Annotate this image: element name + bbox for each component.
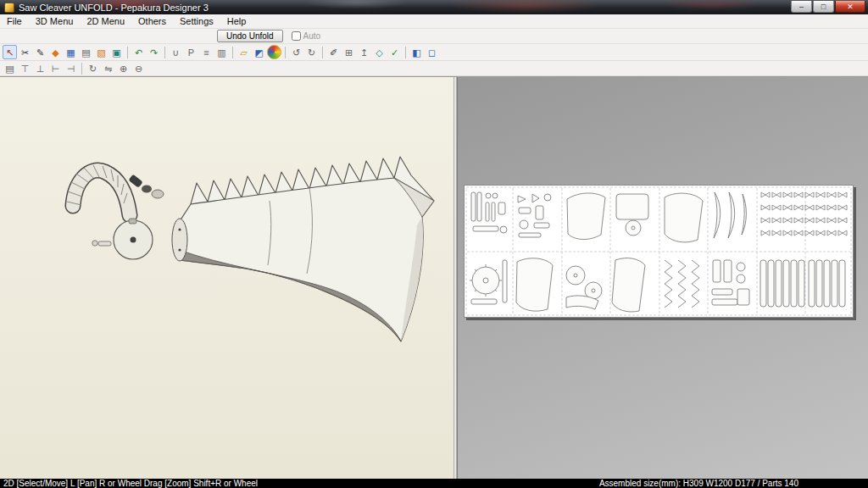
grid-view-icon[interactable]: ▦ bbox=[64, 45, 78, 59]
pattern-page[interactable] bbox=[761, 192, 847, 236]
paint-tool-icon[interactable]: ◆ bbox=[48, 45, 63, 59]
menu-file[interactable]: File bbox=[0, 14, 29, 28]
undo-unfold-button[interactable]: Undo Unfold bbox=[217, 30, 283, 42]
pattern-page[interactable] bbox=[665, 260, 699, 308]
texture-icon[interactable]: ▧ bbox=[94, 45, 108, 59]
titlebar[interactable]: Saw Cleaver UNFOLD - Pepakura Designer 3… bbox=[0, 0, 868, 14]
page-setup-icon[interactable]: ▤ bbox=[79, 45, 93, 59]
viewport-3d[interactable] bbox=[0, 77, 453, 479]
toolbar-separator bbox=[405, 47, 406, 58]
pattern-sheet[interactable] bbox=[464, 185, 854, 318]
zoom-out-icon[interactable]: ⊖ bbox=[131, 61, 146, 75]
table-icon[interactable]: ⊞ bbox=[342, 45, 356, 59]
menubar: File 3D Menu 2D Menu Others Settings Hel… bbox=[0, 14, 868, 29]
undo-bar: Undo Unfold Auto bbox=[0, 29, 868, 44]
blade-group[interactable] bbox=[172, 157, 434, 341]
select-tool-icon[interactable]: ↖ bbox=[3, 45, 17, 59]
pattern-page[interactable] bbox=[665, 193, 703, 242]
box-3d-icon[interactable]: ◇ bbox=[372, 45, 387, 59]
full-view-icon[interactable]: ◻ bbox=[425, 45, 439, 59]
redo-icon[interactable]: ↷ bbox=[147, 45, 161, 59]
zoom-in-icon[interactable]: ⊕ bbox=[116, 61, 131, 75]
auto-checkbox-label: Auto bbox=[303, 31, 321, 41]
menu-3d-menu[interactable]: 3D Menu bbox=[29, 14, 81, 28]
printer-icon[interactable]: ▥ bbox=[214, 45, 229, 59]
window-title: Saw Cleaver UNFOLD - Pepakura Designer 3 bbox=[19, 3, 209, 13]
toolbar-separator bbox=[232, 47, 233, 58]
magnet-icon[interactable]: ∪ bbox=[169, 45, 183, 59]
status-model-info: Assembled size(mm): H309 W1200 D177 / Pa… bbox=[599, 479, 798, 488]
export-icon[interactable]: ↥ bbox=[357, 45, 371, 59]
menu-others[interactable]: Others bbox=[131, 14, 173, 28]
menu-2d-menu[interactable]: 2D Menu bbox=[80, 14, 131, 28]
align-left-icon[interactable]: ⊢ bbox=[48, 61, 63, 75]
app-icon bbox=[4, 3, 14, 13]
split-view-icon[interactable]: ◧ bbox=[409, 45, 424, 59]
main-toolbar: ↖ ✂ ✎ ◆ ▦ ▤ ▧ ▣ ↶ ↷ ∪ P ≡ ▥ ▱ ◩ ● ↺ ↻ ✐ … bbox=[0, 44, 868, 61]
menu-help[interactable]: Help bbox=[220, 14, 253, 28]
maximize-button[interactable]: □ bbox=[813, 1, 834, 13]
pattern-page[interactable] bbox=[566, 266, 602, 309]
statusbar: 2D [Select/Move] L [Pan] R or Wheel Drag… bbox=[0, 479, 868, 488]
viewport-2d[interactable] bbox=[457, 77, 868, 479]
pattern-pages bbox=[465, 186, 853, 317]
pen-tool-icon[interactable]: ✎ bbox=[33, 45, 47, 59]
toolbar-separator bbox=[127, 47, 128, 58]
align-right-icon[interactable]: ⊣ bbox=[64, 61, 78, 75]
auto-checkbox[interactable] bbox=[292, 31, 301, 41]
rotate-left-icon[interactable]: ↺ bbox=[289, 45, 303, 59]
app-window: Saw Cleaver UNFOLD - Pepakura Designer 3… bbox=[0, 0, 868, 488]
cleaver-3d-model bbox=[0, 77, 453, 480]
rotate-part-icon[interactable]: ↻ bbox=[86, 61, 100, 75]
toolbar-separator bbox=[322, 47, 323, 58]
layers-icon[interactable]: ≡ bbox=[199, 45, 214, 59]
auto-checkbox-group: Auto bbox=[292, 31, 321, 41]
toolbar-separator bbox=[81, 63, 82, 75]
arrange-parts-icon[interactable]: ▤ bbox=[3, 61, 17, 75]
close-button[interactable]: ✕ bbox=[835, 1, 865, 13]
pattern-page[interactable] bbox=[616, 194, 648, 236]
flip-part-icon[interactable]: ⇋ bbox=[101, 61, 115, 75]
toolbar-separator bbox=[285, 47, 286, 58]
window-controls: – □ ✕ bbox=[791, 1, 865, 13]
status-hint-text: 2D [Select/Move] L [Pan] R or Wheel Drag… bbox=[3, 479, 258, 488]
secondary-toolbar: ▤ ⊤ ⊥ ⊢ ⊣ ↻ ⇋ ⊕ ⊖ bbox=[0, 61, 868, 76]
pattern-page[interactable] bbox=[567, 193, 605, 240]
pattern-page[interactable] bbox=[712, 260, 749, 305]
pattern-page[interactable] bbox=[612, 258, 645, 312]
align-bottom-icon[interactable]: ⊥ bbox=[33, 61, 47, 75]
save-file-icon[interactable]: ◩ bbox=[252, 45, 266, 59]
align-top-icon[interactable]: ⊤ bbox=[18, 61, 32, 75]
content-area bbox=[0, 76, 868, 479]
pattern-page[interactable] bbox=[518, 194, 551, 237]
pattern-page[interactable] bbox=[809, 260, 845, 307]
knife-tool-icon[interactable]: ✂ bbox=[18, 45, 32, 59]
check-icon[interactable]: ✓ bbox=[387, 45, 402, 59]
pattern-page[interactable] bbox=[471, 192, 507, 233]
print-page-icon[interactable]: P bbox=[184, 45, 198, 59]
rotate-right-icon[interactable]: ↻ bbox=[304, 45, 319, 59]
pattern-page[interactable] bbox=[516, 258, 553, 311]
pattern-page[interactable] bbox=[714, 192, 746, 238]
measure-icon[interactable]: ✐ bbox=[326, 45, 341, 59]
open-file-icon[interactable]: ▱ bbox=[236, 45, 251, 59]
pattern-page[interactable] bbox=[470, 260, 507, 304]
undo-icon[interactable]: ↶ bbox=[131, 45, 146, 59]
palette-icon[interactable]: ● bbox=[267, 45, 281, 59]
minimize-button[interactable]: – bbox=[791, 1, 812, 13]
pattern-page[interactable] bbox=[760, 260, 804, 307]
image-icon[interactable]: ▣ bbox=[109, 45, 124, 59]
guard-disc-group[interactable] bbox=[114, 219, 153, 259]
toolbar-separator bbox=[164, 47, 165, 58]
handle-group[interactable] bbox=[67, 165, 164, 215]
menu-settings[interactable]: Settings bbox=[173, 14, 220, 28]
